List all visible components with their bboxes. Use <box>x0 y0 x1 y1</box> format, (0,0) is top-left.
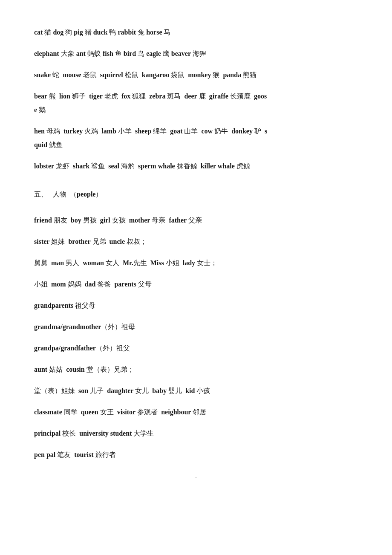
people-line-1: friend 朋友 boy 男孩 girl 女孩 mother 母亲 fathe… <box>34 214 358 227</box>
people-line-6: grandma/grandmother（外）祖母 <box>34 320 358 334</box>
people-line-12: pen pal 笔友 tourist 旅行者 <box>34 448 358 462</box>
people-line-5: grandparents 祖父母 <box>34 299 358 312</box>
people-line-7: grandpa/grandfather（外）祖父 <box>34 341 358 355</box>
people-line-10: classmate 同学 queen 女王 visitor 参观者 neighb… <box>34 405 358 419</box>
people-line-4: 小姐 mom 妈妈 dad 爸爸 parents 父母 <box>34 278 358 291</box>
animals-line-3: snake 蛇 mouse 老鼠 squirrel 松鼠 kangaroo 袋鼠… <box>34 68 358 82</box>
animals-line-4: bear 熊 lion 狮子 tiger 老虎 fox 狐狸 zebra 斑马 … <box>34 90 358 117</box>
section-five-header: 五、 人物 （people） <box>34 188 358 201</box>
animals-section: cat 猫 dog 狗 pig 猪 duck 鸭 rabbit 兔 horse … <box>34 26 358 173</box>
people-line-2: sister 姐妹 brother 兄弟 uncle 叔叔； <box>34 235 358 249</box>
people-line-8: aunt 姑姑 cousin 堂（表）兄弟； <box>34 363 358 376</box>
people-section: friend 朋友 boy 男孩 girl 女孩 mother 母亲 fathe… <box>34 214 358 462</box>
animals-line-2: elephant 大象 ant 蚂蚁 fish 鱼 bird 鸟 eagle 鹰… <box>34 47 358 61</box>
footer-dot: . <box>34 470 358 483</box>
animals-line-1: cat 猫 dog 狗 pig 猪 duck 鸭 rabbit 兔 horse … <box>34 26 358 39</box>
people-line-3: 舅舅 man 男人 woman 女人 Mr.先生 Miss 小姐 lady 女士… <box>34 256 358 270</box>
animals-line-6: lobster 龙虾 shark 鲨鱼 seal 海豹 sperm whale … <box>34 159 358 173</box>
people-line-11: principal 校长 university student 大学生 <box>34 427 358 440</box>
animals-line-5: hen 母鸡 turkey 火鸡 lamb 小羊 sheep 绵羊 goat 山… <box>34 124 358 152</box>
people-line-9: 堂（表）姐妹 son 儿子 daughter 女儿 baby 婴儿 kid 小孩 <box>34 384 358 398</box>
